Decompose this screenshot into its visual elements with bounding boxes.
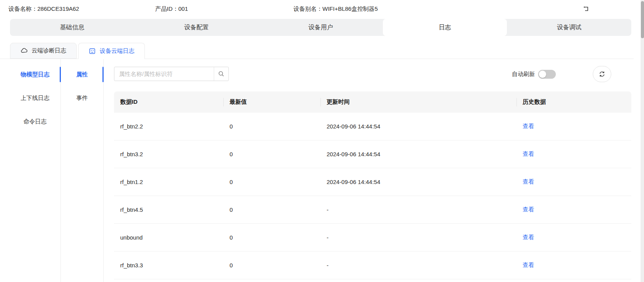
cell-data-id: rf_btn1.2 [114, 179, 223, 185]
cell-data-id: rf_btn4.5 [114, 206, 223, 213]
view-history-link[interactable]: 查看 [523, 178, 534, 185]
table-header: 数据ID 最新值 更新时间 历史数据 [114, 91, 631, 113]
cell-update-time: 2024-09-06 14:44:54 [320, 179, 517, 185]
cell-data-id: rf_btn2.2 [114, 123, 223, 130]
auto-refresh-toggle[interactable] [538, 70, 556, 79]
table-row: rf_btn4.5 0 - 查看 [114, 196, 631, 224]
subtab-device-cloud-log[interactable]: 设备云端日志 [78, 43, 145, 59]
nav-item-property[interactable]: 属性 [61, 63, 103, 86]
tab-device-users[interactable]: 设备用户 [258, 19, 383, 36]
subtab-label: 设备云端日志 [100, 47, 134, 55]
product-id: 产品ID：001 [155, 5, 188, 13]
cell-latest-value: 0 [223, 123, 320, 130]
log-type-nav: 物模型日志 上下线日志 命令日志 [9, 63, 61, 133]
topbar: 设备名称：286DCE319A62 产品ID：001 设备别名：WIFI+BL8… [0, 0, 644, 18]
nav-divider-2 [103, 59, 104, 282]
cell-latest-value: 0 [223, 151, 320, 157]
scrollbar-track[interactable] [641, 0, 644, 282]
cell-latest-value: 0 [223, 234, 320, 241]
col-header-update-time: 更新时间 [320, 91, 517, 113]
col-header-latest-value: 最新值 [223, 91, 320, 113]
cell-latest-value: 0 [223, 179, 320, 185]
nav-item-online-offline-log[interactable]: 上下线日志 [9, 86, 61, 110]
auto-refresh-label: 自动刷新 [512, 71, 535, 78]
view-history-link[interactable]: 查看 [523, 234, 534, 240]
cell-data-id: unbound [114, 234, 223, 241]
collapse-panel-icon[interactable] [582, 4, 592, 14]
auto-refresh-control: 自动刷新 [512, 70, 556, 79]
main-tabbar: 基础信息 设备配置 设备用户 日志 设备调试 [10, 19, 631, 36]
view-history-link[interactable]: 查看 [523, 150, 534, 157]
device-name: 设备名称：286DCE319A62 [8, 5, 79, 13]
subnav-active-indicator [102, 67, 104, 82]
cell-latest-value: 0 [223, 262, 320, 268]
cell-latest-value: 0 [223, 206, 320, 213]
scrollbar-thumb[interactable] [641, 1, 644, 38]
col-header-history-data: 历史数据 [517, 91, 631, 113]
view-history-link[interactable]: 查看 [523, 206, 534, 213]
device-log-icon [89, 47, 96, 55]
cell-update-time: 2024-09-06 14:44:54 [320, 123, 517, 130]
cell-update-time: - [320, 262, 517, 268]
search-input[interactable] [114, 67, 214, 81]
tab-device-config[interactable]: 设备配置 [134, 19, 259, 36]
subtab-cloud-diagnosis-log[interactable]: 云端诊断日志 [10, 43, 77, 59]
property-log-table: 数据ID 最新值 更新时间 历史数据 rf_btn2.2 0 2024-09-0… [114, 91, 631, 279]
table-row: rf_btn1.2 0 2024-09-06 14:44:54 查看 [114, 168, 631, 196]
col-header-data-id: 数据ID [114, 91, 223, 113]
cell-data-id: rf_btn3.2 [114, 151, 223, 157]
property-event-nav: 属性 事件 [61, 63, 103, 110]
tab-basic-info[interactable]: 基础信息 [10, 19, 134, 36]
device-alias: 设备别名：WIFI+BL86盒控制器5 [293, 5, 378, 13]
cloud-icon [20, 47, 28, 54]
log-subtabs: 云端诊断日志 设备云端日志 [10, 43, 145, 59]
table-row: unbound 0 - 查看 [114, 224, 631, 252]
cell-data-id: rf_btn3.3 [114, 262, 223, 268]
search-icon[interactable] [214, 67, 228, 81]
property-search [114, 67, 229, 81]
nav-item-event[interactable]: 事件 [61, 86, 103, 110]
cell-update-time: - [320, 234, 517, 241]
table-row: rf_btn2.2 0 2024-09-06 14:44:54 查看 [114, 113, 631, 140]
cell-update-time: - [320, 206, 517, 213]
refresh-icon[interactable] [593, 66, 611, 82]
toggle-knob [539, 71, 546, 78]
table-row: rf_btn3.2 0 2024-09-06 14:44:54 查看 [114, 140, 631, 168]
tab-device-debug[interactable]: 设备调试 [507, 19, 631, 36]
tab-logs[interactable]: 日志 [383, 19, 507, 36]
table-row: rf_btn3.3 0 - 查看 [114, 252, 631, 279]
subtab-label: 云端诊断日志 [32, 47, 66, 54]
nav-item-thing-model-log[interactable]: 物模型日志 [9, 63, 61, 86]
cell-update-time: 2024-09-06 14:44:54 [320, 151, 517, 157]
view-history-link[interactable]: 查看 [523, 123, 534, 129]
view-history-link[interactable]: 查看 [523, 262, 534, 268]
nav-item-command-log[interactable]: 命令日志 [9, 110, 61, 133]
table-body: rf_btn2.2 0 2024-09-06 14:44:54 查看 rf_bt… [114, 113, 631, 279]
